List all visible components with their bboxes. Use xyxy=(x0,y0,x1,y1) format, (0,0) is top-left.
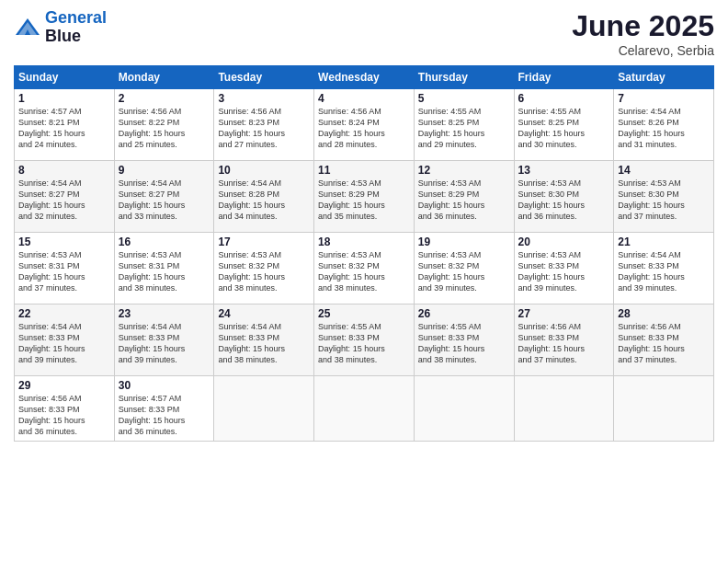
day-number: 13 xyxy=(518,164,610,177)
table-row: 15Sunrise: 4:53 AM Sunset: 8:31 PM Dayli… xyxy=(15,233,115,304)
day-number: 1 xyxy=(18,92,110,105)
day-info: Sunrise: 4:55 AM Sunset: 8:25 PM Dayligh… xyxy=(418,106,510,151)
table-row: 24Sunrise: 4:54 AM Sunset: 8:33 PM Dayli… xyxy=(214,304,314,376)
table-row: 18Sunrise: 4:53 AM Sunset: 8:32 PM Dayli… xyxy=(314,233,415,304)
logo: General Blue xyxy=(14,9,107,46)
day-number: 7 xyxy=(618,92,710,105)
day-number: 6 xyxy=(518,92,610,105)
day-number: 15 xyxy=(18,236,110,248)
table-row: 20Sunrise: 4:53 AM Sunset: 8:33 PM Dayli… xyxy=(514,233,614,304)
day-info: Sunrise: 4:53 AM Sunset: 8:29 PM Dayligh… xyxy=(418,178,510,223)
table-row: 30Sunrise: 4:57 AM Sunset: 8:33 PM Dayli… xyxy=(114,376,214,442)
logo-icon xyxy=(14,17,41,39)
day-number: 18 xyxy=(318,236,410,248)
day-number: 21 xyxy=(618,236,710,248)
day-number: 3 xyxy=(218,92,310,105)
table-row: 25Sunrise: 4:55 AM Sunset: 8:33 PM Dayli… xyxy=(314,304,415,376)
calendar-table: Sunday Monday Tuesday Wednesday Thursday… xyxy=(14,65,714,442)
day-info: Sunrise: 4:53 AM Sunset: 8:31 PM Dayligh… xyxy=(18,249,110,294)
day-info: Sunrise: 4:55 AM Sunset: 8:25 PM Dayligh… xyxy=(518,106,610,151)
day-number: 19 xyxy=(418,236,510,248)
day-info: Sunrise: 4:54 AM Sunset: 8:33 PM Dayligh… xyxy=(18,321,110,366)
day-info: Sunrise: 4:54 AM Sunset: 8:27 PM Dayligh… xyxy=(119,178,210,223)
table-row: 1Sunrise: 4:57 AM Sunset: 8:21 PM Daylig… xyxy=(15,89,115,161)
table-row: 19Sunrise: 4:53 AM Sunset: 8:32 PM Dayli… xyxy=(414,233,514,304)
day-info: Sunrise: 4:56 AM Sunset: 8:24 PM Dayligh… xyxy=(318,106,410,151)
table-row: 4Sunrise: 4:56 AM Sunset: 8:24 PM Daylig… xyxy=(314,89,415,161)
table-row: 3Sunrise: 4:56 AM Sunset: 8:23 PM Daylig… xyxy=(214,89,314,161)
day-number: 25 xyxy=(318,307,410,320)
col-saturday: Saturday xyxy=(614,66,714,89)
table-row: 13Sunrise: 4:53 AM Sunset: 8:30 PM Dayli… xyxy=(514,161,614,233)
day-info: Sunrise: 4:56 AM Sunset: 8:33 PM Dayligh… xyxy=(518,321,610,366)
day-info: Sunrise: 4:54 AM Sunset: 8:26 PM Dayligh… xyxy=(618,106,710,151)
day-number: 5 xyxy=(418,92,510,105)
day-info: Sunrise: 4:54 AM Sunset: 8:33 PM Dayligh… xyxy=(618,249,710,294)
day-number: 28 xyxy=(618,307,710,320)
table-row: 16Sunrise: 4:53 AM Sunset: 8:31 PM Dayli… xyxy=(114,233,214,304)
day-number: 14 xyxy=(618,164,710,177)
table-row: 28Sunrise: 4:56 AM Sunset: 8:33 PM Dayli… xyxy=(614,304,714,376)
day-info: Sunrise: 4:56 AM Sunset: 8:23 PM Dayligh… xyxy=(218,106,310,151)
table-row xyxy=(214,376,314,442)
day-info: Sunrise: 4:54 AM Sunset: 8:27 PM Dayligh… xyxy=(18,178,110,223)
col-friday: Friday xyxy=(514,66,614,89)
day-number: 17 xyxy=(218,236,310,248)
day-info: Sunrise: 4:56 AM Sunset: 8:22 PM Dayligh… xyxy=(119,106,210,151)
logo-text: General Blue xyxy=(45,9,107,46)
table-row xyxy=(314,376,415,442)
table-row: 2Sunrise: 4:56 AM Sunset: 8:22 PM Daylig… xyxy=(114,89,214,161)
location: Celarevo, Serbia xyxy=(572,43,714,58)
day-info: Sunrise: 4:53 AM Sunset: 8:29 PM Dayligh… xyxy=(318,178,410,223)
day-info: Sunrise: 4:53 AM Sunset: 8:33 PM Dayligh… xyxy=(518,249,610,294)
table-row: 12Sunrise: 4:53 AM Sunset: 8:29 PM Dayli… xyxy=(414,161,514,233)
table-row: 17Sunrise: 4:53 AM Sunset: 8:32 PM Dayli… xyxy=(214,233,314,304)
day-number: 26 xyxy=(418,307,510,320)
month-title: June 2025 xyxy=(572,9,714,43)
day-number: 16 xyxy=(119,236,210,248)
day-number: 24 xyxy=(218,307,310,320)
table-row: 22Sunrise: 4:54 AM Sunset: 8:33 PM Dayli… xyxy=(15,304,115,376)
day-info: Sunrise: 4:54 AM Sunset: 8:28 PM Dayligh… xyxy=(218,178,310,223)
day-info: Sunrise: 4:53 AM Sunset: 8:32 PM Dayligh… xyxy=(318,249,410,294)
day-info: Sunrise: 4:53 AM Sunset: 8:32 PM Dayligh… xyxy=(218,249,310,294)
page: General Blue June 2025 Celarevo, Serbia … xyxy=(0,0,728,563)
table-row: 26Sunrise: 4:55 AM Sunset: 8:33 PM Dayli… xyxy=(414,304,514,376)
day-info: Sunrise: 4:57 AM Sunset: 8:21 PM Dayligh… xyxy=(18,106,110,151)
table-row xyxy=(514,376,614,442)
col-sunday: Sunday xyxy=(15,66,115,89)
table-row: 23Sunrise: 4:54 AM Sunset: 8:33 PM Dayli… xyxy=(114,304,214,376)
table-row: 14Sunrise: 4:53 AM Sunset: 8:30 PM Dayli… xyxy=(614,161,714,233)
day-number: 9 xyxy=(119,164,210,177)
col-thursday: Thursday xyxy=(414,66,514,89)
table-row: 21Sunrise: 4:54 AM Sunset: 8:33 PM Dayli… xyxy=(614,233,714,304)
day-info: Sunrise: 4:53 AM Sunset: 8:30 PM Dayligh… xyxy=(518,178,610,223)
calendar-header-row: Sunday Monday Tuesday Wednesday Thursday… xyxy=(15,66,714,89)
table-row: 7Sunrise: 4:54 AM Sunset: 8:26 PM Daylig… xyxy=(614,89,714,161)
table-row: 10Sunrise: 4:54 AM Sunset: 8:28 PM Dayli… xyxy=(214,161,314,233)
day-number: 8 xyxy=(18,164,110,177)
table-row: 5Sunrise: 4:55 AM Sunset: 8:25 PM Daylig… xyxy=(414,89,514,161)
col-wednesday: Wednesday xyxy=(314,66,415,89)
day-number: 22 xyxy=(18,307,110,320)
col-monday: Monday xyxy=(114,66,214,89)
table-row: 29Sunrise: 4:56 AM Sunset: 8:33 PM Dayli… xyxy=(15,376,115,442)
day-number: 30 xyxy=(119,379,210,392)
header: General Blue June 2025 Celarevo, Serbia xyxy=(14,9,714,58)
day-info: Sunrise: 4:55 AM Sunset: 8:33 PM Dayligh… xyxy=(318,321,410,366)
table-row xyxy=(414,376,514,442)
col-tuesday: Tuesday xyxy=(214,66,314,89)
day-number: 4 xyxy=(318,92,410,105)
logo-line2: Blue xyxy=(45,28,107,46)
day-info: Sunrise: 4:53 AM Sunset: 8:30 PM Dayligh… xyxy=(618,178,710,223)
day-number: 11 xyxy=(318,164,410,177)
day-number: 23 xyxy=(119,307,210,320)
day-info: Sunrise: 4:55 AM Sunset: 8:33 PM Dayligh… xyxy=(418,321,510,366)
day-info: Sunrise: 4:57 AM Sunset: 8:33 PM Dayligh… xyxy=(119,393,210,438)
title-block: June 2025 Celarevo, Serbia xyxy=(572,9,714,58)
day-number: 29 xyxy=(18,379,110,392)
day-info: Sunrise: 4:54 AM Sunset: 8:33 PM Dayligh… xyxy=(218,321,310,366)
day-info: Sunrise: 4:53 AM Sunset: 8:32 PM Dayligh… xyxy=(418,249,510,294)
day-number: 20 xyxy=(518,236,610,248)
table-row: 11Sunrise: 4:53 AM Sunset: 8:29 PM Dayli… xyxy=(314,161,415,233)
